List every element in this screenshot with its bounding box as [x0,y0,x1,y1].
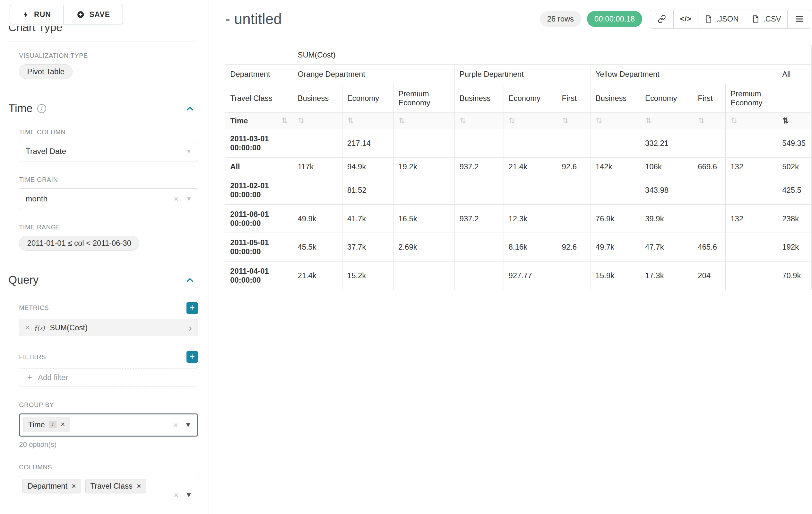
sort-icon[interactable]: ⇅ [347,116,354,125]
sub-column-cell: Economy [343,84,394,113]
time-range-pill[interactable]: 2011-01-01 ≤ col < 2011-06-30 [19,236,139,250]
control-panel: RUN SAVE Chart Type VISUALIZATION TYPE P… [0,0,209,514]
add-filter-label: Add filter [38,373,68,382]
value-cell: 2.69k [394,233,455,262]
metric-chip[interactable]: × ƒ(x) SUM(Cost) › [19,319,198,336]
columns-group: COLUMNS Department×Travel Class× × ▾ 19 … [19,464,198,514]
dimension-chip[interactable]: Timei× [23,417,70,432]
save-button[interactable]: SAVE [64,5,123,24]
lightning-icon [23,10,29,19]
export-csv-button[interactable]: .CSV [745,10,788,29]
clear-icon[interactable]: × [173,421,178,429]
sort-icon[interactable]: ⇅ [562,116,569,125]
sort-icon[interactable]: ⇅ [281,117,288,125]
value-cell [693,176,726,205]
row-dimension-label: Time [230,116,248,125]
value-cell: 47.7k [640,233,693,262]
value-cell: 343.98 [640,176,693,205]
value-cell: 49.7k [590,233,640,262]
value-cell: 204 [693,262,726,290]
time-grain-group: TIME GRAIN month × ▾ [19,176,198,209]
close-icon[interactable]: × [61,421,65,428]
close-icon[interactable]: × [25,324,30,332]
dimension-chip[interactable]: Travel Class× [85,479,146,493]
clear-icon[interactable]: × [174,194,178,203]
group-by-label: GROUP BY [19,401,198,409]
filters-group: FILTERS + + Add filter [19,351,198,386]
columns-select[interactable]: Department×Travel Class× × ▾ [19,476,198,514]
share-link-button[interactable] [650,10,674,29]
sort-header-cell[interactable]: ⇅ [455,112,504,129]
value-cell: 117k [293,157,342,176]
run-button[interactable]: RUN [10,5,64,24]
info-icon[interactable]: i [37,104,46,113]
chevron-down-icon[interactable]: ▾ [186,421,190,429]
value-cell [726,129,777,157]
group-by-select[interactable]: Timei× × ▾ [19,413,198,437]
chevron-up-icon[interactable] [185,275,195,285]
query-section-title: Query [8,274,38,286]
sort-header-cell[interactable]: ⇅ [640,112,693,129]
sort-icon[interactable]: ⇅ [782,116,789,125]
value-cell [455,176,504,205]
value-cell: 238k [777,204,812,233]
clear-icon[interactable]: × [174,491,178,499]
sort-header-cell[interactable]: ⇅ [693,112,726,129]
time-section-header: Time i [8,102,198,115]
sub-column-cell [777,84,812,113]
sort-header-cell[interactable]: ⇅ [726,112,777,129]
sort-icon[interactable]: ⇅ [298,116,304,125]
close-icon[interactable]: × [71,483,76,490]
file-icon [752,15,760,23]
sub-column-cell: First [693,84,726,113]
dimension-chip[interactable]: Department× [23,479,81,493]
add-filter-plus-button[interactable]: + [186,351,198,363]
value-cell: 425.5 [777,176,812,205]
value-cell: 132 [726,157,777,176]
value-cell: 15.2k [343,262,394,290]
time-column-select[interactable]: Travel Date ▾ [19,141,198,162]
sort-header-cell[interactable]: ⇅ [777,112,812,129]
chevron-down-icon: ▾ [187,195,191,202]
sort-icon[interactable]: ⇅ [730,116,737,125]
json-label: .JSON [716,15,738,23]
sort-icon[interactable]: ⇅ [698,116,704,125]
pivot-table: SUM(Cost)DepartmentOrange DepartmentPurp… [225,45,812,290]
col-group-cell: Orange Department [293,64,455,84]
sort-icon[interactable]: ⇅ [645,116,652,125]
value-cell [455,262,504,290]
value-cell: 217.14 [343,129,394,157]
value-cell [557,129,590,157]
viz-type-pill[interactable]: Pivot Table [19,64,72,79]
view-query-button[interactable]: </> [674,10,698,29]
sort-header-cell[interactable]: ⇅ [557,112,590,129]
export-json-button[interactable]: .JSON [698,10,746,29]
add-filter-button[interactable]: + Add filter [19,368,198,386]
value-cell: 81.52 [343,176,394,205]
time-grain-select[interactable]: month × ▾ [19,188,198,210]
add-metric-button[interactable]: + [186,302,198,314]
sort-header-cell[interactable]: ⇅ [590,112,640,129]
chevron-up-icon[interactable] [185,104,195,113]
sort-icon[interactable]: ⇅ [509,116,516,125]
sort-icon[interactable]: ⇅ [460,116,466,125]
chevron-right-icon[interactable]: › [188,323,192,333]
app-root: RUN SAVE Chart Type VISUALIZATION TYPE P… [0,0,812,514]
sort-header-cell[interactable]: ⇅ [343,112,394,129]
sort-icon[interactable]: ⇅ [596,116,602,125]
chip-label: Travel Class [90,482,132,491]
time-column-label: TIME COLUMN [19,129,198,136]
row-header-cell: All [225,157,293,176]
save-label: SAVE [89,10,110,19]
sort-header-cell[interactable]: ⇅ [394,112,455,129]
query-section-header: Query [8,274,198,286]
sort-header-cell[interactable]: ⇅ [503,112,557,129]
sort-icon[interactable]: ⇅ [398,116,405,125]
chevron-down-icon[interactable]: ▾ [187,491,191,498]
value-cell: 21.4k [293,262,342,290]
close-icon[interactable]: × [137,483,141,490]
sub-dimension-cell: Travel Class [225,84,293,113]
sort-header-cell[interactable]: ⇅ [293,112,342,129]
metric-header-cell: SUM(Cost) [293,45,812,64]
menu-button[interactable] [788,10,811,29]
